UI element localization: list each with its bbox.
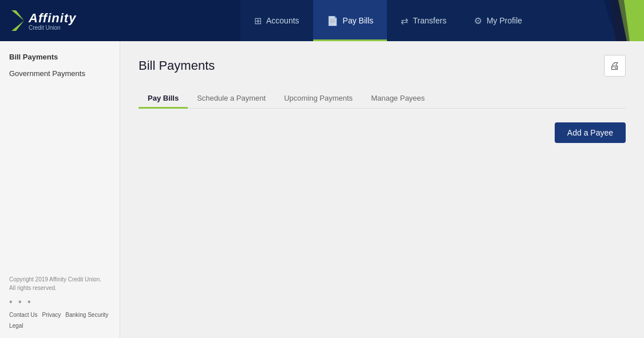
- accounts-icon: ⊞: [254, 15, 262, 26]
- my-profile-icon: ⚙: [474, 15, 482, 26]
- nav-pay-bills[interactable]: 📄 Pay Bills: [313, 0, 388, 41]
- nav-accounts[interactable]: ⊞ Accounts: [240, 0, 313, 41]
- print-button[interactable]: 🖨: [604, 55, 626, 77]
- sidebar-dots: • • •: [9, 297, 110, 307]
- nav-my-profile-label: My Profile: [487, 16, 522, 25]
- sidebar-link-banking-security[interactable]: Banking Security: [65, 312, 108, 318]
- logo-text: Affinity: [29, 11, 76, 25]
- sidebar-footer: Copyright 2019 Affinity Credit Union.All…: [0, 266, 120, 338]
- logo-subtext: Credit Union: [29, 25, 76, 31]
- nav-transfers[interactable]: ⇄ Transfers: [387, 0, 460, 41]
- logo-chevron-icon: [11, 10, 24, 31]
- sidebar-item-government-payments[interactable]: Government Payments: [0, 65, 120, 82]
- sidebar-section-title: Bill Payments: [0, 47, 120, 65]
- tab-upcoming-payments[interactable]: Upcoming Payments: [275, 88, 362, 108]
- sidebar-link-privacy[interactable]: Privacy: [42, 312, 61, 318]
- main-nav: ⊞ Accounts 📄 Pay Bills ⇄ Transfers ⚙ My …: [240, 0, 644, 41]
- main-content: Bill Payments 🖨 Pay Bills Schedule a Pay…: [120, 41, 644, 338]
- tab-pay-bills[interactable]: Pay Bills: [139, 88, 188, 108]
- add-payee-button[interactable]: Add a Payee: [555, 122, 626, 143]
- page-layout: Bill Payments Government Payments Copyri…: [0, 41, 644, 338]
- tab-bar: Pay Bills Schedule a Payment Upcoming Pa…: [139, 88, 626, 109]
- nav-pay-bills-label: Pay Bills: [343, 16, 374, 25]
- sidebar-copyright: Copyright 2019 Affinity Credit Union.All…: [9, 275, 110, 292]
- nav-accounts-label: Accounts: [266, 16, 299, 25]
- app-header: Affinity Credit Union ⊞ Accounts 📄 Pay B…: [0, 0, 644, 41]
- page-header: Bill Payments 🖨: [139, 55, 626, 77]
- page-title: Bill Payments: [139, 58, 215, 73]
- nav-transfers-label: Transfers: [413, 16, 447, 25]
- logo-area: Affinity Credit Union: [0, 10, 120, 31]
- sidebar-link-contact[interactable]: Contact Us: [9, 312, 37, 318]
- sidebar: Bill Payments Government Payments Copyri…: [0, 41, 120, 338]
- tab-manage-payees[interactable]: Manage Payees: [362, 88, 434, 108]
- svg-marker-0: [11, 10, 24, 31]
- nav-my-profile[interactable]: ⚙ My Profile: [460, 0, 536, 41]
- transfers-icon: ⇄: [401, 15, 408, 26]
- sidebar-links: Contact Us Privacy Banking Security Lega…: [9, 312, 110, 329]
- print-icon: 🖨: [610, 60, 620, 72]
- sidebar-link-legal[interactable]: Legal: [9, 323, 23, 329]
- pay-bills-icon: 📄: [327, 15, 338, 26]
- header-corner-decoration: [587, 0, 644, 41]
- tab-schedule-payment[interactable]: Schedule a Payment: [188, 88, 275, 108]
